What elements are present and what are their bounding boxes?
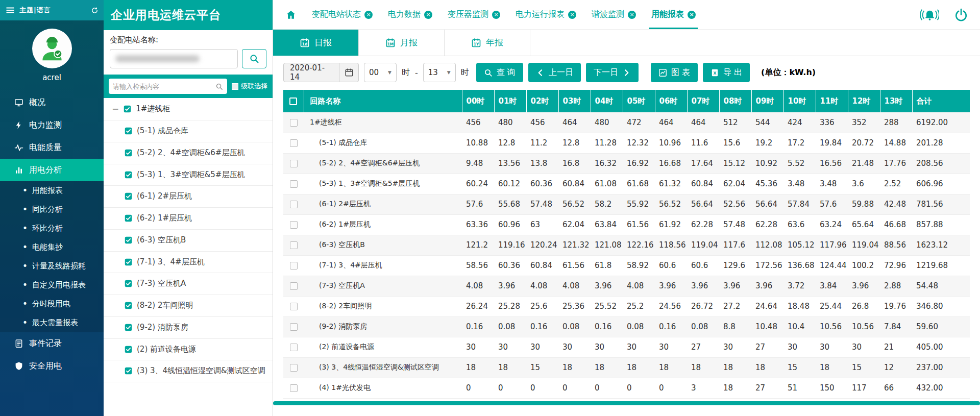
checked-checkbox-icon[interactable] [124,323,133,332]
tree-item[interactable]: (8-2) 2车间照明 [104,295,273,317]
collapse-icon[interactable]: − [112,105,119,113]
sidebar-item[interactable]: 事件记录 [0,332,104,355]
sidebar-subitem[interactable]: •同比分析 [0,200,104,219]
row-checkbox[interactable] [290,303,298,310]
row-checkbox[interactable] [290,119,298,127]
row-checkbox[interactable] [290,282,298,290]
close-icon[interactable]: × [568,11,576,19]
nav-tab[interactable]: 变压器监测× [448,0,500,29]
sidebar-item[interactable]: 安全用电 [0,355,104,377]
tree-item[interactable]: (5-2) 2、4#空调柜&6#层压机 [104,142,273,164]
row-checkbox[interactable] [290,364,298,372]
checked-checkbox-icon[interactable] [124,279,133,288]
checked-checkbox-icon[interactable] [124,127,133,135]
tree-item[interactable]: (7-3) 空压机A [104,273,273,295]
sidebar-subitem[interactable]: •分时段用电 [0,295,104,313]
sidebar-item[interactable]: 电能质量 [0,136,104,159]
sidebar-item[interactable]: 概况 [0,91,104,114]
query-button[interactable]: 查 询 [476,63,523,82]
value-cell: 66 [880,378,912,398]
report-tab[interactable]: 1d日报 [273,30,359,56]
cascade-select-option[interactable]: 级联选择 [232,82,267,91]
tree-root-node[interactable]: − 1#进线柜 [104,98,273,120]
checked-checkbox-icon[interactable] [124,192,133,201]
date-value[interactable]: 2020-01-14 [284,63,339,82]
tree-item[interactable]: (6-1) 2#层压机 [104,186,273,208]
notification-bell-icon[interactable] [920,8,939,21]
checked-checkbox-icon[interactable] [124,258,133,266]
checked-checkbox-icon[interactable] [124,170,133,179]
sidebar-subitem[interactable]: •计量及线路损耗 [0,257,104,276]
tree-item[interactable]: (6-3) 空压机B [104,230,273,252]
row-checkbox[interactable] [290,201,298,208]
nav-tab[interactable]: 电力运行报表× [516,0,576,29]
value-cell: 26.8 [848,296,880,316]
tree-search-field[interactable] [109,79,227,94]
avatar[interactable] [32,29,72,68]
nav-tab[interactable]: 用能报表× [651,0,696,29]
row-checkbox[interactable] [290,221,298,229]
calendar-icon[interactable] [339,63,358,82]
sidebar-subitem[interactable]: •最大需量报表 [0,313,104,332]
sidebar-item[interactable]: 用电分析 [0,159,104,181]
tree-item[interactable]: (2) 前道设备电源 [104,339,273,361]
checked-checkbox-icon[interactable] [124,366,133,375]
sidebar-item[interactable]: 电力监测 [0,114,104,136]
nav-tab[interactable]: 电力数据× [388,0,432,29]
sidebar-subitem[interactable]: •环比分析 [0,219,104,238]
close-icon[interactable]: × [688,11,696,19]
tree-item[interactable]: (3) 3、4线恒温恒湿空调&测试区空调 [104,360,273,382]
checked-checkbox-icon[interactable] [123,105,132,113]
row-checkbox[interactable] [290,262,298,270]
checked-checkbox-icon[interactable] [124,236,133,244]
tree-item[interactable]: (6-2) 1#层压机 [104,208,273,230]
report-tab[interactable]: 1M月报 [359,30,445,56]
tree-item[interactable]: (7-1) 3、4#层压机 [104,252,273,274]
select-all-checkbox[interactable] [289,97,297,105]
row-checkbox[interactable] [290,180,298,188]
nav-tab[interactable]: 变配电站状态× [312,0,373,29]
close-icon[interactable]: × [492,11,500,19]
refresh-icon[interactable] [91,7,99,14]
tree-item[interactable]: (9-2) 消防泵房 [104,317,273,339]
row-checkbox[interactable] [290,323,298,331]
checked-checkbox-icon[interactable] [124,214,133,223]
row-checkbox[interactable] [290,139,298,147]
hour-from-select[interactable]: 00 ▼ [364,63,397,82]
cascade-checkbox[interactable] [232,83,238,90]
close-icon[interactable]: × [364,11,373,19]
monthly-calendar-icon: 1M [385,38,396,48]
checked-checkbox-icon[interactable] [124,345,133,354]
row-checkbox[interactable] [290,384,298,392]
theme-language-label[interactable]: 主题|语言 [19,6,51,15]
hour-to-select[interactable]: 13 ▼ [423,63,456,82]
sidebar-subitem[interactable]: •自定义用电报表 [0,276,104,295]
nav-tab[interactable]: 谐波监测× [592,0,636,29]
station-search-button[interactable] [242,49,266,68]
date-picker[interactable]: 2020-01-14 [283,63,359,82]
checked-checkbox-icon[interactable] [124,301,133,310]
sidebar-subitem[interactable]: •用能报表 [0,181,104,200]
checked-checkbox-icon[interactable] [124,149,133,157]
home-icon[interactable] [285,9,297,20]
app-root: 主题|语言 acrel 概况电力监测电能质量用电分析•用能报表•同比分析•环比分… [0,0,980,416]
power-off-icon[interactable] [954,8,968,21]
close-icon[interactable]: × [424,11,432,19]
report-tab[interactable]: 1Y年报 [445,30,530,56]
close-icon[interactable]: × [628,11,636,19]
row-checkbox[interactable] [290,241,298,249]
value-cell: 60.96 [494,214,526,235]
sidebar-subitem[interactable]: •电能集抄 [0,238,104,257]
export-button[interactable]: X导 出 [703,63,750,82]
row-checkbox[interactable] [290,160,298,167]
row-checkbox[interactable] [290,344,298,351]
next-day-button[interactable]: 下一日 [586,63,639,82]
prev-day-button[interactable]: 上一日 [528,63,581,82]
tree-search-input[interactable] [113,83,213,90]
horizontal-scrollbar[interactable] [273,401,980,405]
chart-button[interactable]: 图 表 [651,63,698,82]
tree-item[interactable]: (5-3) 1、3#空调柜&5#层压机 [104,164,273,186]
station-name-input[interactable] [110,49,238,68]
hamburger-icon[interactable] [5,5,15,15]
tree-item[interactable]: (5-1) 成品仓库 [104,120,273,142]
